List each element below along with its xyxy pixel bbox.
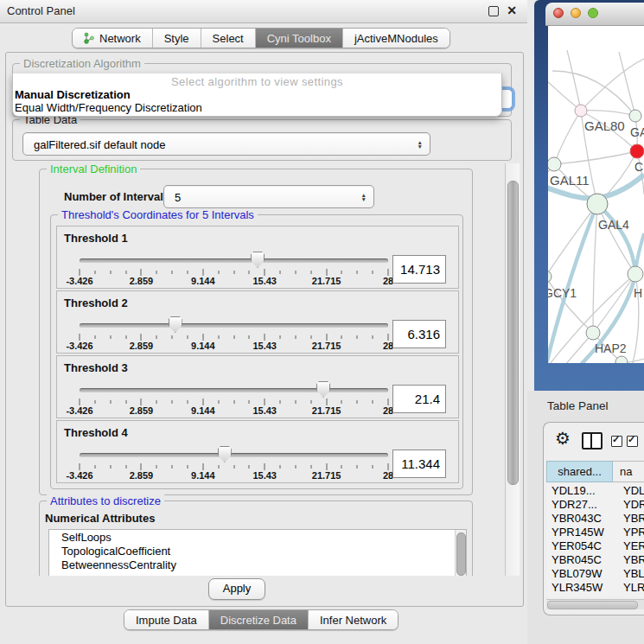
checkbox-icon[interactable] xyxy=(627,436,638,447)
network-node-label: GA xyxy=(630,125,644,139)
settings-scrollbar-thumb[interactable] xyxy=(507,181,519,485)
network-edge xyxy=(554,111,581,164)
network-node-ga[interactable] xyxy=(629,110,641,122)
slider-tick-label: 21.715 xyxy=(312,470,341,481)
table-panel-title: Table Panel xyxy=(547,399,609,412)
minimize-traffic-light[interactable] xyxy=(571,8,581,18)
slider-tick-label: 21.715 xyxy=(312,341,341,351)
table-row[interactable]: YIL052CYIL0 xyxy=(546,594,644,597)
threshold-value-field[interactable]: 11.344 xyxy=(392,450,446,478)
zoom-traffic-light[interactable] xyxy=(588,8,598,18)
table-scrollbar-thumb[interactable] xyxy=(547,601,638,609)
tab-label: Infer Network xyxy=(320,614,386,627)
network-node-c[interactable] xyxy=(630,144,644,158)
menu-item-equal-width-frequency[interactable]: Equal Width/Frequency Discretization xyxy=(15,101,202,114)
num-intervals-spinner[interactable]: 5 ▲▼ xyxy=(163,185,374,208)
network-node-label: C xyxy=(634,160,643,174)
checkbox-icon[interactable] xyxy=(611,436,622,447)
slider-thumb[interactable] xyxy=(169,316,182,333)
cell-shared-name: YIL052C xyxy=(546,595,615,598)
attribute-list-scrollbar[interactable] xyxy=(455,530,466,576)
close-traffic-light[interactable] xyxy=(553,8,564,18)
slider-tick-label: 9.144 xyxy=(191,405,215,416)
column-header-shared-name[interactable]: shared... xyxy=(546,461,613,482)
network-edge xyxy=(567,50,581,111)
tab-infer-network[interactable]: Infer Network xyxy=(308,610,398,629)
network-node-gcy1[interactable] xyxy=(548,271,552,283)
tab-style[interactable]: Style xyxy=(152,29,201,48)
tab-network[interactable]: Network xyxy=(73,29,152,48)
slider-tick-label: -3.426 xyxy=(66,405,92,416)
network-canvas[interactable]: GAL80GACGAL11GAL4GCY1HHAP2 xyxy=(548,26,644,363)
table-row[interactable]: YER054CYER0 xyxy=(546,539,644,552)
thresholds-group: Threshold's Coordinates for 5 Intervals … xyxy=(50,214,463,489)
network-node-unlabeled[interactable] xyxy=(615,356,628,363)
algorithm-dropdown-popup: Select algorithm to view settings Manual… xyxy=(12,73,502,117)
attribute-item-selfloops[interactable]: SelfLoops xyxy=(49,530,466,544)
slider-tick-label: 2.859 xyxy=(130,276,154,286)
table-row[interactable]: YPR145WYPR1 xyxy=(546,525,644,539)
slider-thumb[interactable] xyxy=(251,252,265,268)
tab-impute-data[interactable]: Impute Data xyxy=(124,610,208,629)
slider-tick-label: 9.144 xyxy=(191,341,215,351)
slider-ticks xyxy=(80,463,388,471)
slider-track[interactable] xyxy=(80,258,388,263)
table-row[interactable]: YBL079WYBL0 xyxy=(546,566,644,580)
slider-tick-label: 21.715 xyxy=(312,405,341,416)
float-window-icon[interactable] xyxy=(488,6,499,16)
gear-icon[interactable]: ⚙ xyxy=(555,430,571,447)
column-header-name[interactable]: na xyxy=(613,461,644,482)
attribute-list[interactable]: SelfLoopsTopologicalCoefficientBetweenne… xyxy=(48,529,467,576)
table-row[interactable]: YDL19...YDL1 xyxy=(546,483,644,497)
threshold-label: Threshold 1 xyxy=(64,232,128,245)
table-data-combobox[interactable]: galFiltered.sif default node ▲▼ xyxy=(22,132,430,156)
network-node-label: GAL11 xyxy=(550,173,590,188)
network-edge xyxy=(552,71,635,116)
settings-scrollbar[interactable] xyxy=(505,163,520,576)
table-panel-area: Table Panel ⚙ shared... na YDL19...YDL1Y… xyxy=(527,391,644,644)
slider-tick-label: 2.859 xyxy=(130,341,154,351)
attributes-group: Attributes to discretize Numerical Attri… xyxy=(39,501,473,576)
threshold-value-field[interactable]: 6.316 xyxy=(392,320,446,348)
threshold-value-field[interactable]: 14.713 xyxy=(392,255,446,284)
table-data-value: galFiltered.sif default node xyxy=(34,137,165,150)
table-horizontal-scrollbar[interactable] xyxy=(546,599,644,609)
menu-item-manual-discretization[interactable]: Manual Discretization xyxy=(15,88,131,101)
tab-discretize-data[interactable]: Discretize Data xyxy=(208,610,308,629)
apply-button[interactable]: Apply xyxy=(208,578,265,600)
network-node-gal80[interactable] xyxy=(575,105,587,117)
slider-thumb[interactable] xyxy=(218,446,232,462)
table-row[interactable]: YLR345WYLR3 xyxy=(546,580,644,594)
threshold-label: Threshold 3 xyxy=(64,361,128,374)
tab-cyni-toolbox[interactable]: Cyni Toolbox xyxy=(255,29,342,48)
network-node-gal11[interactable] xyxy=(548,157,561,171)
attribute-item-topologicalcoefficient[interactable]: TopologicalCoefficient xyxy=(49,544,466,558)
attribute-item-betweennesscentrality[interactable]: BetweennessCentrality xyxy=(49,558,466,571)
slider-track[interactable] xyxy=(80,453,388,457)
tab-label: Style xyxy=(164,32,189,45)
tab-select[interactable]: Select xyxy=(201,29,255,48)
table-row[interactable]: YBR045CYBR0 xyxy=(546,552,644,566)
network-node-h[interactable] xyxy=(628,266,643,282)
cell-name: YDL1 xyxy=(615,484,644,497)
table-row[interactable]: YDR27...YDR2 xyxy=(546,497,644,511)
slider-tick-label: -3.426 xyxy=(66,341,92,351)
column-layout-icon[interactable] xyxy=(582,432,603,450)
tab-jactivemnodules[interactable]: jActiveMNodules xyxy=(342,29,450,48)
slider-track[interactable] xyxy=(80,388,388,392)
table-row[interactable]: YBR043CYBR0 xyxy=(546,511,644,525)
cell-shared-name: YDR27... xyxy=(546,498,615,511)
slider-thumb[interactable] xyxy=(316,381,330,398)
close-icon[interactable]: ✕ xyxy=(507,3,517,17)
algorithm-placeholder: Select algorithm to view settings xyxy=(13,75,501,88)
threshold-value-field[interactable]: 21.4 xyxy=(392,385,446,413)
slider-tick-label: 15.43 xyxy=(252,341,277,351)
cell-name: YBL0 xyxy=(615,567,644,580)
slider-track[interactable] xyxy=(80,323,388,328)
num-intervals-label: Number of Intervals xyxy=(64,190,169,203)
threshold-label: Threshold 4 xyxy=(64,426,128,439)
network-node-gal4[interactable] xyxy=(587,194,608,214)
network-node-hap2[interactable] xyxy=(586,326,600,340)
tab-label: Cyni Toolbox xyxy=(267,32,331,45)
cell-shared-name: YPR145W xyxy=(546,526,615,539)
